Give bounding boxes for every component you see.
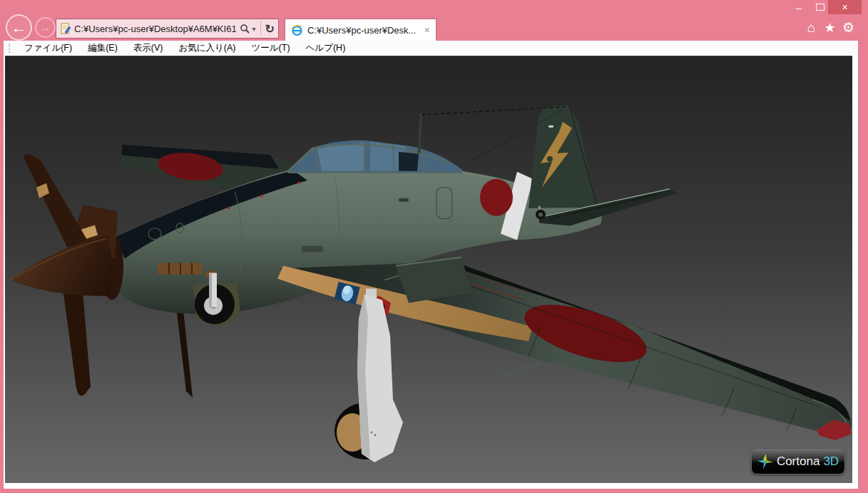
- settings-gear-icon[interactable]: ⚙: [839, 19, 857, 36]
- spinner: [11, 236, 113, 296]
- cortona3d-logo[interactable]: Cortona3D: [751, 449, 845, 474]
- favorites-star-icon[interactable]: ★: [821, 19, 839, 36]
- menu-bar: ファイル(F) 編集(E) 表示(V) お気に入り(A) ツール(T) ヘルプ(…: [4, 41, 858, 55]
- address-dropdown-icon[interactable]: ▾: [252, 25, 256, 33]
- refresh-icon[interactable]: ↻: [265, 22, 275, 36]
- menu-file[interactable]: ファイル(F): [16, 42, 80, 54]
- address-bar[interactable]: C:¥Users¥pc-user¥Desktop¥A6M¥KI61-I ▾ ↻: [56, 19, 279, 39]
- maximize-button[interactable]: [810, 0, 830, 14]
- cortona3d-viewport[interactable]: Cortona3D: [5, 56, 852, 483]
- propeller: [11, 154, 123, 396]
- cortona3d-star-icon: [757, 454, 773, 469]
- tab-close-icon[interactable]: ×: [424, 24, 430, 36]
- ie-logo-icon: [291, 24, 303, 36]
- minimize-button[interactable]: –: [789, 0, 809, 14]
- menu-favorites[interactable]: お気に入り(A): [170, 42, 243, 54]
- fuselage-roundel: [480, 179, 513, 216]
- divider: [260, 21, 261, 36]
- logo-suffix: 3D: [823, 454, 839, 469]
- menubar-grip: [9, 44, 10, 53]
- address-url[interactable]: C:¥Users¥pc-user¥Desktop¥A6M¥KI61-I: [74, 24, 237, 34]
- close-button[interactable]: ×: [828, 0, 862, 14]
- browser-tab[interactable]: C:¥Users¥pc-user¥Desk... ×: [285, 19, 436, 41]
- starboard-landing-gear: [335, 288, 403, 462]
- page-background: Cortona3D: [4, 55, 858, 489]
- tail-fin: [529, 105, 597, 208]
- canopy: [287, 141, 463, 173]
- back-button[interactable]: ←: [6, 14, 32, 41]
- pitot-tube: [500, 362, 541, 376]
- browser-window: – × ⌂ ★ ⚙ ← → C:¥Users¥pc-user¥Desktop¥A…: [0, 0, 868, 493]
- menu-help[interactable]: ヘルプ(H): [298, 42, 354, 54]
- search-icon[interactable]: [240, 24, 250, 34]
- menu-edit[interactable]: 編集(E): [80, 42, 126, 54]
- html-document-icon: [60, 23, 71, 34]
- aircraft-3d-model[interactable]: [5, 56, 852, 483]
- maximize-icon: [816, 4, 824, 11]
- menu-tools[interactable]: ツール(T): [244, 42, 298, 54]
- forward-button[interactable]: →: [35, 17, 56, 38]
- home-icon[interactable]: ⌂: [802, 19, 820, 36]
- menu-view[interactable]: 表示(V): [126, 42, 171, 54]
- tab-title: C:¥Users¥pc-user¥Desk...: [307, 25, 420, 36]
- logo-text: Cortona: [777, 454, 820, 469]
